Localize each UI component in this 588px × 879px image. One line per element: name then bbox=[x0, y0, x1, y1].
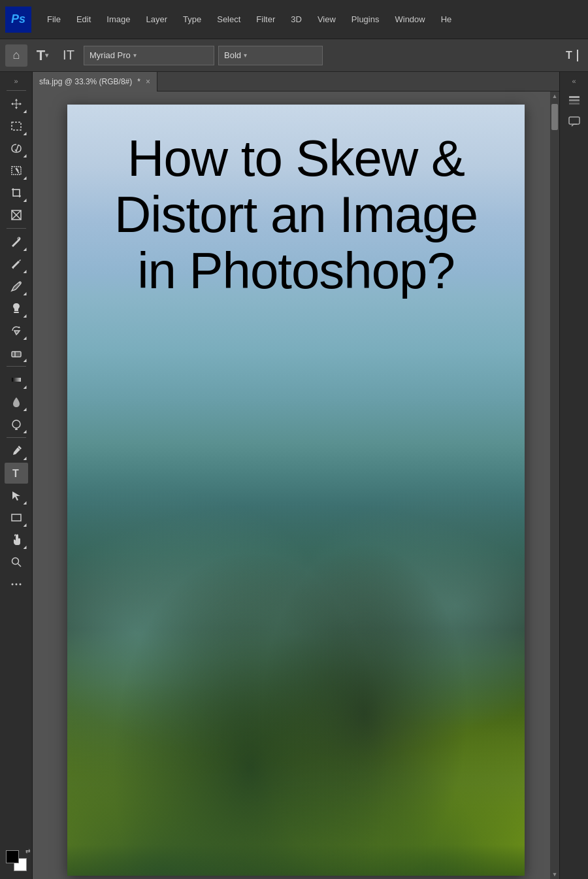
quick-selection-tool[interactable] bbox=[5, 160, 28, 181]
svg-point-22 bbox=[19, 584, 21, 586]
ps-logo: Ps bbox=[5, 7, 31, 33]
canvas-title-line3: in Photoshop? bbox=[137, 242, 455, 299]
menu-image[interactable]: Image bbox=[99, 0, 138, 39]
gradient-tool-badge bbox=[24, 386, 27, 389]
svg-point-18 bbox=[12, 558, 18, 565]
eyedropper-tool[interactable] bbox=[5, 231, 28, 252]
tab-bar: sfa.jpg @ 33.3% (RGB/8#) * × bbox=[33, 72, 559, 91]
right-panel: « bbox=[559, 72, 588, 879]
scroll-track[interactable] bbox=[550, 101, 559, 870]
healing-tool-badge bbox=[24, 270, 27, 273]
menu-help[interactable]: He bbox=[433, 0, 460, 39]
tab-close-button[interactable]: × bbox=[146, 77, 150, 86]
extras-icon bbox=[10, 578, 23, 591]
vertical-scrollbar[interactable]: ▲ ▼ bbox=[550, 91, 559, 879]
eraser-icon bbox=[10, 346, 23, 359]
spot-healing-tool[interactable] bbox=[5, 254, 28, 274]
hand-tool[interactable] bbox=[5, 529, 28, 550]
canvas-area: sfa.jpg @ 33.3% (RGB/8#) * × How to Skew… bbox=[33, 72, 559, 879]
hand-icon bbox=[10, 533, 23, 546]
history-brush-icon bbox=[10, 324, 23, 337]
crop-icon bbox=[10, 186, 23, 199]
menu-filter[interactable]: Filter bbox=[248, 0, 283, 39]
left-toolbar: » bbox=[0, 72, 33, 879]
text-tool-icon[interactable]: T ▾ bbox=[31, 44, 54, 67]
menu-window[interactable]: Window bbox=[387, 0, 433, 39]
svg-rect-10 bbox=[12, 352, 21, 357]
scroll-thumb[interactable] bbox=[551, 104, 558, 130]
swap-colors-icon[interactable]: ⇄ bbox=[25, 848, 31, 854]
menu-bar: Ps File Edit Image Layer Type Select Fil… bbox=[0, 0, 588, 39]
menu-edit[interactable]: Edit bbox=[69, 0, 99, 39]
frame-tool[interactable] bbox=[5, 205, 28, 225]
eraser-tool[interactable] bbox=[5, 342, 28, 363]
canvas-heading: How to Skew & Distort an Image in Photos… bbox=[87, 131, 505, 299]
dodge-tool[interactable] bbox=[5, 414, 28, 435]
chat-icon bbox=[567, 114, 581, 129]
file-tab[interactable]: sfa.jpg @ 33.3% (RGB/8#) * × bbox=[33, 72, 157, 91]
svg-point-13 bbox=[12, 420, 20, 428]
zoom-tool[interactable] bbox=[5, 552, 28, 572]
panel-chat-button[interactable] bbox=[563, 111, 586, 132]
ps-logo-text: Ps bbox=[11, 12, 25, 26]
rectangular-marquee-tool[interactable] bbox=[5, 116, 28, 137]
pen-tool[interactable] bbox=[5, 440, 28, 461]
crop-tool-badge bbox=[24, 199, 27, 202]
dodge-icon bbox=[10, 418, 23, 431]
menu-plugins[interactable]: Plugins bbox=[344, 0, 387, 39]
svg-rect-17 bbox=[12, 514, 21, 521]
move-tool[interactable] bbox=[5, 93, 28, 114]
brush-tool[interactable] bbox=[5, 276, 28, 297]
eraser-tool-badge bbox=[24, 359, 27, 362]
svg-line-19 bbox=[18, 564, 21, 567]
stamp-icon bbox=[10, 302, 23, 315]
stamp-tool-badge bbox=[24, 314, 27, 318]
menu-view[interactable]: View bbox=[310, 0, 344, 39]
rectangle-tool[interactable] bbox=[5, 507, 28, 528]
type-tool[interactable]: T bbox=[5, 463, 28, 484]
home-button[interactable]: ⌂ bbox=[5, 44, 27, 67]
gradient-tool[interactable] bbox=[5, 369, 28, 390]
extras-tool[interactable] bbox=[5, 574, 28, 595]
menu-type[interactable]: Type bbox=[175, 0, 209, 39]
menu-select[interactable]: Select bbox=[209, 0, 248, 39]
font-style-dropdown[interactable]: Bold ▾ bbox=[218, 46, 323, 65]
right-panel-toggle[interactable]: « bbox=[563, 75, 586, 88]
history-brush-badge bbox=[24, 337, 27, 340]
font-family-dropdown-arrow: ▾ bbox=[133, 52, 137, 59]
font-family-dropdown[interactable]: Myriad Pro ▾ bbox=[84, 46, 214, 65]
tab-modified: * bbox=[137, 77, 140, 86]
svg-rect-4 bbox=[13, 190, 20, 196]
svg-rect-24 bbox=[569, 99, 580, 101]
menu-layer[interactable]: Layer bbox=[139, 0, 176, 39]
toolbar-toggle[interactable]: » bbox=[5, 75, 28, 88]
menu-file[interactable]: File bbox=[39, 0, 69, 39]
gradient-icon bbox=[10, 373, 23, 386]
svg-text:T: T bbox=[12, 468, 19, 479]
svg-rect-26 bbox=[569, 117, 580, 124]
svg-rect-2 bbox=[12, 122, 21, 130]
menu-3d[interactable]: 3D bbox=[283, 0, 310, 39]
eyedropper-icon bbox=[10, 235, 23, 248]
change-text-icon: T bbox=[564, 48, 579, 63]
crop-tool[interactable] bbox=[5, 182, 28, 203]
scroll-down-arrow[interactable]: ▼ bbox=[550, 870, 559, 879]
workspace: » bbox=[0, 72, 588, 879]
arrow-icon bbox=[10, 489, 23, 502]
move-tool-badge bbox=[24, 110, 27, 113]
clone-stamp-tool[interactable] bbox=[5, 298, 28, 319]
blur-tool[interactable] bbox=[5, 391, 28, 412]
text-orientation-icon[interactable]: IT bbox=[57, 44, 80, 67]
marquee-icon bbox=[10, 120, 23, 133]
rect-tool-badge bbox=[24, 523, 27, 527]
options-bar: ⌂ T ▾ IT Myriad Pro ▾ Bold ▾ T bbox=[0, 39, 588, 72]
lasso-tool[interactable] bbox=[5, 138, 28, 159]
foreground-color-swatch[interactable] bbox=[6, 850, 19, 863]
scroll-up-arrow[interactable]: ▲ bbox=[550, 91, 559, 101]
foreground-background-color[interactable]: ⇄ bbox=[6, 850, 27, 871]
path-selection-tool[interactable] bbox=[5, 485, 28, 506]
svg-point-20 bbox=[11, 584, 13, 586]
change-text-orientation-button[interactable]: T bbox=[561, 44, 583, 67]
history-brush-tool[interactable] bbox=[5, 320, 28, 341]
panel-layers-button[interactable] bbox=[563, 89, 586, 110]
